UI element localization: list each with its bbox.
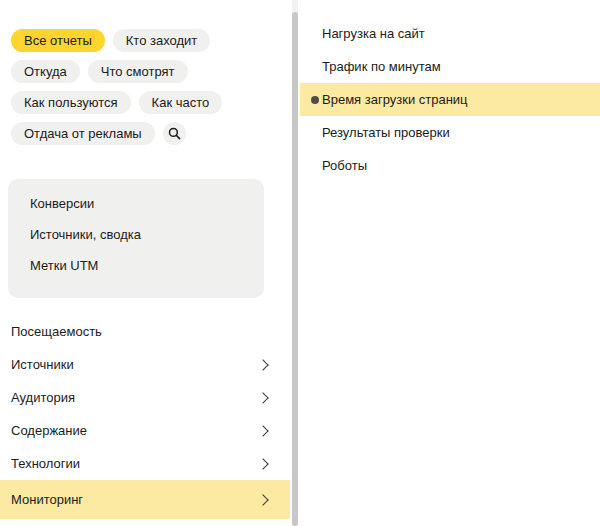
menu-item-traffic[interactable]: Посещаемость	[0, 315, 291, 348]
menu-item-label: Технологии	[11, 456, 80, 471]
menu-item-sources[interactable]: Источники	[0, 348, 291, 381]
submenu-item-check-results[interactable]: Результаты проверки	[300, 116, 600, 149]
submenu-item-label: Нагрузка на сайт	[322, 26, 425, 41]
submenu-item-traffic-by-minutes[interactable]: Трафик по минутам	[300, 50, 600, 83]
chip-what-they-view[interactable]: Что смотрят	[88, 60, 188, 83]
chevron-right-icon	[257, 458, 268, 469]
scrollbar-thumb[interactable]	[292, 12, 298, 526]
chip-where-from[interactable]: Откуда	[11, 60, 80, 83]
submenu-item-label: Роботы	[322, 158, 367, 173]
quick-link-conversions[interactable]: Конверсии	[30, 194, 264, 214]
chevron-right-icon	[257, 359, 268, 370]
quick-link-sources-summary[interactable]: Источники, сводка	[30, 225, 264, 245]
chevron-right-icon	[257, 494, 268, 505]
active-bullet-icon	[311, 96, 319, 104]
menu-item-technologies[interactable]: Технологии	[0, 447, 291, 480]
reports-left-panel: Все отчеты Кто заходит Откуда Что смотря…	[0, 0, 290, 526]
monitoring-submenu: Нагрузка на сайт Трафик по минутам Время…	[300, 0, 600, 182]
chip-ad-return[interactable]: Отдача от рекламы	[11, 122, 155, 145]
filter-chips: Все отчеты Кто заходит Откуда Что смотря…	[11, 29, 222, 153]
quick-links-box: Конверсии Источники, сводка Метки UTM	[8, 179, 264, 298]
quick-link-utm-tags[interactable]: Метки UTM	[30, 256, 264, 276]
chip-row: Отдача от рекламы	[11, 122, 222, 145]
chip-row: Все отчеты Кто заходит	[11, 29, 222, 52]
reports-menu-overlay: Все отчеты Кто заходит Откуда Что смотря…	[0, 0, 600, 526]
submenu-item-label: Результаты проверки	[322, 125, 450, 140]
chip-row: Откуда Что смотрят	[11, 60, 222, 83]
chip-who-visits[interactable]: Кто заходит	[113, 29, 211, 52]
search-icon	[168, 127, 181, 140]
chip-row: Как пользуются Как часто	[11, 91, 222, 114]
submenu-item-site-load[interactable]: Нагрузка на сайт	[300, 17, 600, 50]
menu-item-label: Источники	[11, 357, 74, 372]
chip-all-reports[interactable]: Все отчеты	[11, 29, 105, 52]
monitoring-submenu-panel: Нагрузка на сайт Трафик по минутам Время…	[300, 0, 600, 526]
menu-item-content[interactable]: Содержание	[0, 414, 291, 447]
menu-item-label: Аудитория	[11, 390, 75, 405]
search-chip[interactable]	[163, 122, 186, 145]
menu-item-label: Мониторинг	[11, 492, 83, 507]
chip-how-they-use[interactable]: Как пользуются	[11, 91, 131, 114]
submenu-item-label: Время загрузки страниц	[322, 92, 468, 107]
chevron-right-icon	[257, 392, 268, 403]
chevron-right-icon	[257, 425, 268, 436]
menu-item-label: Содержание	[11, 423, 87, 438]
menu-item-monitoring[interactable]: Мониторинг	[0, 480, 291, 519]
chip-how-often[interactable]: Как часто	[139, 91, 223, 114]
reports-menu: Посещаемость Источники Аудитория Содержа…	[0, 315, 291, 519]
menu-item-audience[interactable]: Аудитория	[0, 381, 291, 414]
submenu-item-robots[interactable]: Роботы	[300, 149, 600, 182]
submenu-item-page-load-time[interactable]: Время загрузки страниц	[300, 83, 600, 116]
menu-item-label: Посещаемость	[11, 324, 102, 339]
submenu-item-label: Трафик по минутам	[322, 59, 441, 74]
left-panel-scrollbar	[290, 0, 300, 526]
